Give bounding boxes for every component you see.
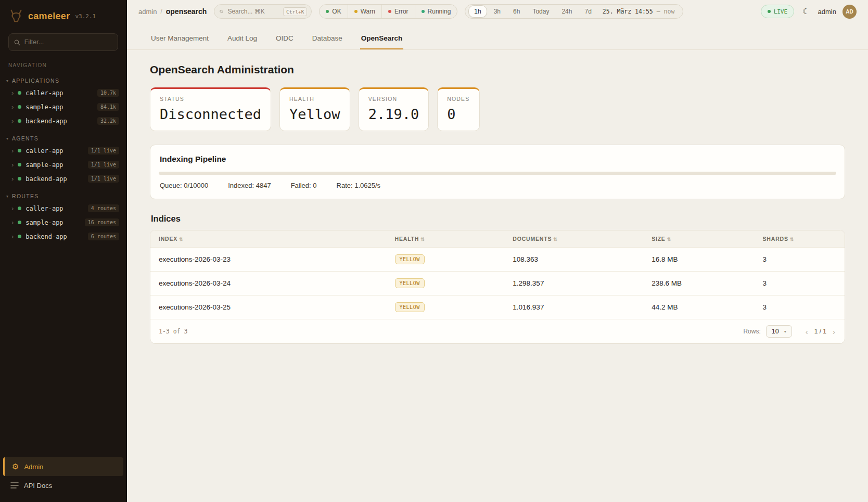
next-page-button[interactable]: › <box>832 328 836 336</box>
stat-label: NODES <box>447 96 469 102</box>
sidebar-item-caller-app[interactable]: › caller-app 1/1 live <box>0 144 126 158</box>
now-label: now <box>664 8 675 15</box>
stat-value: Yellow <box>289 106 340 122</box>
time-range-today[interactable]: Today <box>527 5 555 18</box>
breadcrumb-root[interactable]: admin <box>138 8 157 16</box>
count-badge: 32.2k <box>97 117 119 125</box>
dark-mode-toggle[interactable]: ☾ <box>800 6 811 17</box>
sidebar-item-backend-app[interactable]: › backend-app 1/1 live <box>0 172 126 186</box>
sort-icon: ⇅ <box>790 237 794 242</box>
chevron-right-icon: › <box>11 147 14 154</box>
sidebar-item-sample-app[interactable]: › sample-app 16 routes <box>0 215 126 229</box>
time-range-7d[interactable]: 7d <box>579 5 597 18</box>
column-header-index[interactable]: INDEX⇅ <box>150 230 387 248</box>
sort-icon: ⇅ <box>553 237 557 242</box>
sidebar-item-sample-app[interactable]: › sample-app 1/1 live <box>0 158 126 172</box>
sidebar-item-caller-app[interactable]: › caller-app 10.7k <box>0 86 126 100</box>
time-range-1h[interactable]: 1h <box>468 5 487 18</box>
filter-label: OK <box>332 8 341 15</box>
global-search[interactable]: Ctrl+K <box>214 4 312 19</box>
table-row[interactable]: executions-2026-03-23 YELLOW 108.363 16.… <box>150 248 845 272</box>
page-title: OpenSearch Administration <box>150 63 845 76</box>
status-dot <box>18 91 21 95</box>
rows-per-page-select[interactable]: 10 ▾ <box>766 325 792 338</box>
section-label: ROUTES <box>12 193 39 199</box>
sidebar-item-backend-app[interactable]: › backend-app 32.2k <box>0 114 126 128</box>
sidebar-item-label: sample-app <box>25 219 80 226</box>
breadcrumb-separator: / <box>160 8 162 15</box>
time-range-24h[interactable]: 24h <box>556 5 578 18</box>
column-header-documents[interactable]: DOCUMENTS⇅ <box>504 230 643 248</box>
sidebar-item-caller-app[interactable]: › caller-app 4 routes <box>0 201 126 215</box>
api-docs-label: API Docs <box>24 482 52 490</box>
shards-cell: 3 <box>755 272 845 295</box>
search-icon <box>220 8 223 15</box>
filter-input[interactable] <box>24 38 112 46</box>
search-input[interactable] <box>227 8 279 15</box>
live-toggle[interactable]: LIVE <box>761 5 795 18</box>
time-range-6h[interactable]: 6h <box>507 5 526 18</box>
sidebar-section-routes: ▾ ROUTES › caller-app 4 routes › sample-… <box>0 191 126 243</box>
sidebar-filter[interactable] <box>8 33 118 51</box>
filter-error[interactable]: Error <box>381 5 415 18</box>
routes-badge: 4 routes <box>88 204 119 212</box>
chevron-right-icon: › <box>11 175 14 182</box>
sidebar-item-sample-app[interactable]: › sample-app 84.1k <box>0 100 126 114</box>
sidebar: cameleer v3.2.1 NAVIGATION ▾ APPLICATION… <box>0 0 127 502</box>
prev-page-button[interactable]: ‹ <box>805 328 809 336</box>
shards-cell: 3 <box>755 295 845 319</box>
stat-label: VERSION <box>368 96 419 102</box>
time-range-3h[interactable]: 3h <box>488 5 506 18</box>
status-filter-group: OK Warn Error Running <box>319 4 457 19</box>
chevron-down-icon: ▾ <box>6 79 8 83</box>
tab-user-management[interactable]: User Management <box>150 30 210 49</box>
table-row[interactable]: executions-2026-03-25 YELLOW 1.016.937 4… <box>150 295 845 319</box>
column-header-shards[interactable]: SHARDS⇅ <box>755 230 845 248</box>
tab-database[interactable]: Database <box>311 30 343 49</box>
status-dot <box>18 235 21 238</box>
stat-cards: STATUS Disconnected HEALTH Yellow VERSIO… <box>150 87 845 131</box>
status-dot <box>18 177 21 181</box>
stat-card-status: STATUS Disconnected <box>150 87 271 131</box>
sidebar-item-label: backend-app <box>25 118 93 125</box>
chevron-right-icon: › <box>11 233 14 240</box>
ok-dot <box>326 10 329 13</box>
status-dot <box>18 221 21 224</box>
section-header-routes[interactable]: ▾ ROUTES <box>0 191 126 201</box>
table-row[interactable]: executions-2026-03-24 YELLOW 1.298.357 2… <box>150 272 845 295</box>
filter-warn[interactable]: Warn <box>348 5 381 18</box>
chevron-right-icon: › <box>11 161 14 168</box>
column-header-size[interactable]: SIZE⇅ <box>643 230 754 248</box>
sidebar-item-backend-app[interactable]: › backend-app 6 routes <box>0 229 126 243</box>
tab-audit-log[interactable]: Audit Log <box>226 30 258 49</box>
warn-dot <box>354 10 358 13</box>
section-header-agents[interactable]: ▾ AGENTS <box>0 133 126 144</box>
pipeline-title: Indexing Pipeline <box>159 155 836 164</box>
filter-ok[interactable]: OK <box>320 5 347 18</box>
section-header-applications[interactable]: ▾ APPLICATIONS <box>0 75 126 86</box>
live-badge: 1/1 live <box>88 147 119 155</box>
routes-badge: 6 routes <box>88 233 119 240</box>
shards-cell: 3 <box>755 248 845 272</box>
tab-opensearch[interactable]: OpenSearch <box>360 30 404 49</box>
sidebar-item-label: caller-app <box>25 89 93 97</box>
search-icon <box>14 39 20 46</box>
sidebar-item-admin[interactable]: ⚙ Admin <box>3 457 123 476</box>
health-badge: YELLOW <box>395 278 425 288</box>
size-cell: 16.8 MB <box>643 248 754 272</box>
tab-oidc[interactable]: OIDC <box>275 30 295 49</box>
avatar[interactable]: AD <box>843 5 857 19</box>
docs-icon <box>10 482 19 489</box>
sidebar-item-api-docs[interactable]: API Docs <box>3 476 123 495</box>
main-area: admin / opensearch Ctrl+K OK Warn E <box>127 0 868 502</box>
time-range-display[interactable]: 25. März 14:55 — now <box>598 8 680 15</box>
chevron-down-icon: ▾ <box>6 136 8 141</box>
date-separator: — <box>657 8 660 15</box>
stat-card-nodes: NODES 0 <box>437 87 479 131</box>
sidebar-item-label: sample-app <box>25 161 83 169</box>
filter-running[interactable]: Running <box>415 5 457 18</box>
sidebar-item-label: sample-app <box>25 104 93 111</box>
filter-label: Error <box>394 8 409 15</box>
error-dot <box>388 10 391 13</box>
column-header-health[interactable]: HEALTH⇅ <box>387 230 505 248</box>
